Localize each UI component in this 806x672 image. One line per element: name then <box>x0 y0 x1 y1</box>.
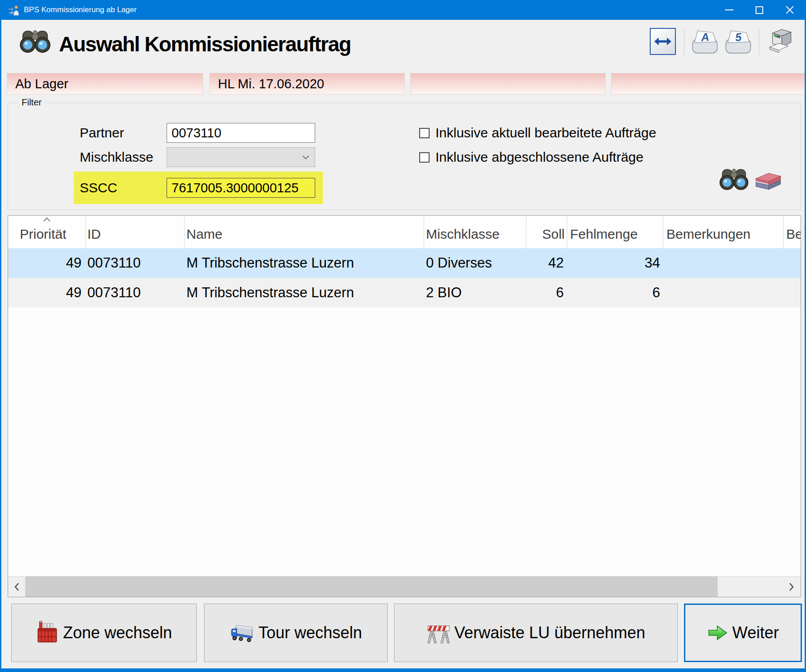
column-header-be-clipped[interactable]: Be <box>786 216 801 248</box>
printer-icon[interactable] <box>766 26 796 56</box>
chevron-right-icon <box>789 582 794 591</box>
cell-id: 0073110 <box>87 248 182 278</box>
crate-icon <box>36 621 59 645</box>
column-divider <box>567 216 567 248</box>
window-controls <box>714 0 805 20</box>
horizontal-scrollbar[interactable] <box>8 576 801 597</box>
weiter-label: Weiter <box>732 623 779 642</box>
resize-width-icon <box>653 32 672 50</box>
page-title: Auswahl Kommissionierauftrag <box>59 32 351 56</box>
zone-wechseln-label: Zone wechseln <box>63 623 172 642</box>
resize-width-button[interactable] <box>650 28 676 55</box>
verwaiste-lu-label: Verwaiste LU übernehmen <box>454 623 645 642</box>
page-header: Auswahl Kommissionierauftrag A 5 <box>1 20 805 68</box>
column-divider <box>783 216 783 248</box>
column-header-mischklasse[interactable]: Mischklasse <box>426 216 521 248</box>
keyboard-key-5-icon[interactable]: 5 <box>724 28 752 55</box>
scroll-left-button[interactable] <box>8 577 25 597</box>
filter-legend: Filter <box>18 97 45 108</box>
cell-soll: 42 <box>526 248 564 278</box>
status-bar-tour: HL Mi. 17.06.2020 <box>209 73 405 95</box>
status-bars: Ab Lager HL Mi. 17.06.2020 <box>1 73 805 95</box>
toolbar-separator <box>759 29 759 55</box>
status-bar-zone: Ab Lager <box>7 73 203 95</box>
sscc-input[interactable] <box>167 178 315 198</box>
close-icon <box>785 5 794 14</box>
maximize-button[interactable] <box>744 0 774 20</box>
filter-groupbox: Filter Partner Mischklasse SSCC Inklusiv… <box>8 103 801 210</box>
checkbox-current-orders[interactable] <box>419 128 430 138</box>
tour-wechseln-button[interactable]: Tour wechseln <box>204 604 388 662</box>
status-bar-4 <box>611 73 805 95</box>
cell-soll: 6 <box>526 278 564 308</box>
column-divider <box>526 216 526 248</box>
checkbox-row-done[interactable]: Inklusive abgeschlossene Aufträge <box>419 150 643 165</box>
table-row[interactable]: 49 0073110 M Tribschenstrasse Luzern 2 B… <box>8 278 801 308</box>
cell-fehlmenge: 34 <box>567 248 660 278</box>
svg-text:A: A <box>700 31 710 43</box>
barricade-icon <box>426 622 451 644</box>
column-header-fehlmenge[interactable]: Fehlmenge <box>570 216 660 248</box>
zone-wechseln-button[interactable]: Zone wechseln <box>11 604 197 662</box>
titlebar: BPS Kommissionierung ab Lager <box>1 0 805 20</box>
cell-fehlmenge: 6 <box>567 278 660 308</box>
mischklasse-dropdown[interactable] <box>167 147 315 167</box>
keyboard-key-a-icon[interactable]: A <box>690 28 719 55</box>
column-header-id[interactable]: ID <box>87 216 177 248</box>
green-arrow-icon <box>707 623 729 642</box>
column-divider <box>184 216 185 248</box>
binoculars-icon <box>19 27 51 55</box>
cell-name: M Tribschenstrasse Luzern <box>186 278 421 308</box>
cell-name: M Tribschenstrasse Luzern <box>186 248 421 278</box>
column-divider <box>663 216 663 248</box>
checkbox-done-label: Inklusive abgeschlossene Aufträge <box>435 150 643 165</box>
scrollbar-thumb[interactable] <box>25 577 718 597</box>
column-divider <box>85 216 86 248</box>
cell-mischklasse: 0 Diverses <box>426 248 523 278</box>
partner-input[interactable] <box>167 123 315 143</box>
eraser-icon[interactable] <box>752 171 783 191</box>
column-header-bemerkungen[interactable]: Bemerkungen <box>666 216 781 248</box>
column-header-name[interactable]: Name <box>186 216 367 248</box>
minimize-button[interactable] <box>714 0 744 20</box>
cell-id: 0073110 <box>87 278 182 308</box>
minimize-icon <box>725 9 734 10</box>
chevron-left-icon <box>14 582 19 591</box>
checkbox-row-current[interactable]: Inklusive aktuell bearbeitete Aufträge <box>419 125 656 141</box>
cell-prioritaet: 49 <box>8 278 82 308</box>
cell-bemerkungen <box>666 248 779 278</box>
verwaiste-lu-uebernehmen-button[interactable]: Verwaiste LU übernehmen <box>394 604 678 662</box>
app-icon <box>7 4 19 16</box>
table-row-selected[interactable]: 49 0073110 M Tribschenstrasse Luzern 0 D… <box>8 248 801 278</box>
cell-prioritaet: 49 <box>8 248 82 278</box>
orders-table: Priorität ID Name Mischklasse Soll Fehlm… <box>8 215 801 597</box>
mischklasse-label: Mischklasse <box>80 150 153 165</box>
cell-mischklasse: 2 BIO <box>426 278 523 308</box>
chevron-down-icon <box>302 155 309 159</box>
partner-label: Partner <box>80 125 124 141</box>
checkbox-current-label: Inklusive aktuell bearbeitete Aufträge <box>435 125 656 141</box>
cell-bemerkungen <box>666 278 779 308</box>
sscc-label: SSCC <box>80 180 117 195</box>
checkbox-done-orders[interactable] <box>419 152 430 163</box>
app-window: BPS Kommissionierung ab Lager Auswahl Ko… <box>0 0 806 672</box>
weiter-button[interactable]: Weiter <box>684 604 802 662</box>
tour-wechseln-label: Tour wechseln <box>258 623 362 642</box>
close-button[interactable] <box>774 0 805 20</box>
toolbar-separator <box>684 29 684 55</box>
status-bar-3 <box>410 73 606 95</box>
truck-icon <box>230 622 255 643</box>
maximize-icon <box>756 6 763 14</box>
table-header: Priorität ID Name Mischklasse Soll Fehlm… <box>8 216 801 248</box>
search-binoculars-icon[interactable] <box>719 167 749 191</box>
scroll-right-button[interactable] <box>783 577 800 597</box>
column-header-prioritaet[interactable]: Priorität <box>20 216 83 248</box>
column-divider <box>424 216 424 248</box>
window-title: BPS Kommissionierung ab Lager <box>24 5 136 14</box>
column-header-soll[interactable]: Soll <box>526 216 565 248</box>
